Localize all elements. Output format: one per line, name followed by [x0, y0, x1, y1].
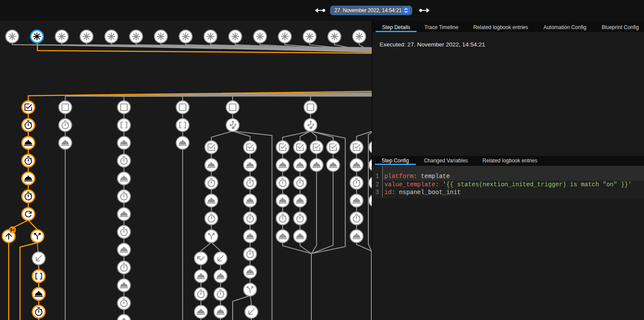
svg-text:9+: 9+ [10, 228, 15, 232]
